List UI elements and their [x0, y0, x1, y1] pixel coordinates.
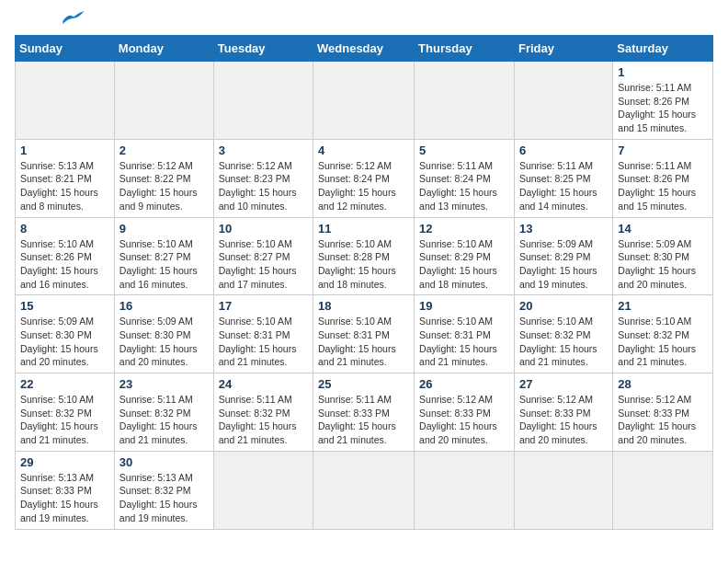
calendar-cell: 17 Sunrise: 5:10 AMSunset: 8:31 PMDaylig… [213, 295, 313, 373]
day-detail: Sunrise: 5:11 AMSunset: 8:24 PMDaylight:… [419, 159, 509, 213]
calendar-cell: 3 Sunrise: 5:12 AMSunset: 8:23 PMDayligh… [213, 139, 313, 217]
calendar-cell [213, 62, 313, 140]
day-number: 26 [419, 377, 509, 391]
day-detail: Sunrise: 5:10 AMSunset: 8:31 PMDaylight:… [318, 315, 409, 369]
day-detail: Sunrise: 5:10 AMSunset: 8:29 PMDaylight:… [419, 237, 509, 292]
day-number: 7 [618, 144, 708, 157]
day-number: 18 [318, 299, 409, 313]
calendar-cell: 1 Sunrise: 5:13 AMSunset: 8:21 PMDayligh… [16, 139, 115, 217]
day-detail: Sunrise: 5:12 AMSunset: 8:33 PMDaylight:… [618, 393, 708, 447]
day-detail: Sunrise: 5:10 AMSunset: 8:31 PMDaylight:… [419, 315, 509, 369]
calendar-cell: 11 Sunrise: 5:10 AMSunset: 8:28 PMDaylig… [313, 217, 415, 295]
calendar-cell: 6 Sunrise: 5:11 AMSunset: 8:25 PMDayligh… [514, 139, 612, 217]
day-number: 8 [20, 222, 109, 236]
calendar-cell: 30 Sunrise: 5:13 AMSunset: 8:32 PMDaylig… [114, 451, 213, 529]
weekday-header-friday: Friday [514, 36, 612, 62]
calendar-cell: 4 Sunrise: 5:12 AMSunset: 8:24 PMDayligh… [313, 139, 415, 217]
day-detail: Sunrise: 5:10 AMSunset: 8:31 PMDaylight:… [219, 315, 308, 369]
calendar-cell: 16 Sunrise: 5:09 AMSunset: 8:30 PMDaylig… [114, 295, 213, 373]
calendar-cell [613, 451, 713, 529]
day-number: 12 [419, 222, 509, 236]
calendar-cell [16, 62, 115, 140]
day-number: 5 [419, 144, 509, 157]
calendar-cell [514, 62, 612, 140]
day-number: 2 [119, 144, 209, 157]
calendar-cell: 10 Sunrise: 5:10 AMSunset: 8:27 PMDaylig… [213, 217, 313, 295]
day-number: 17 [219, 299, 308, 313]
weekday-header-tuesday: Tuesday [213, 36, 313, 62]
calendar-cell: 8 Sunrise: 5:10 AMSunset: 8:26 PMDayligh… [16, 217, 115, 295]
day-number: 21 [618, 299, 708, 313]
calendar-week-row: 22 Sunrise: 5:10 AMSunset: 8:32 PMDaylig… [16, 373, 713, 452]
day-number: 9 [119, 222, 209, 236]
day-detail: Sunrise: 5:13 AMSunset: 8:21 PMDaylight:… [20, 159, 109, 213]
calendar-cell [313, 62, 415, 140]
day-detail: Sunrise: 5:10 AMSunset: 8:27 PMDaylight:… [119, 237, 209, 292]
calendar-cell: 20 Sunrise: 5:10 AMSunset: 8:32 PMDaylig… [514, 295, 612, 373]
weekday-header-monday: Monday [114, 36, 213, 62]
calendar-cell: 26 Sunrise: 5:12 AMSunset: 8:33 PMDaylig… [415, 373, 515, 452]
day-number: 15 [20, 299, 109, 313]
day-number: 14 [618, 222, 708, 236]
day-detail: Sunrise: 5:09 AMSunset: 8:30 PMDaylight:… [119, 315, 209, 369]
day-number: 25 [318, 377, 409, 391]
day-number: 23 [119, 377, 209, 391]
calendar-week-row: 29 Sunrise: 5:13 AMSunset: 8:33 PMDaylig… [16, 451, 713, 529]
day-number: 20 [519, 299, 608, 313]
day-number: 11 [318, 222, 409, 236]
calendar-cell: 15 Sunrise: 5:09 AMSunset: 8:30 PMDaylig… [16, 295, 115, 373]
calendar-cell: 25 Sunrise: 5:11 AMSunset: 8:33 PMDaylig… [313, 373, 415, 452]
calendar-cell: 24 Sunrise: 5:11 AMSunset: 8:32 PMDaylig… [213, 373, 313, 452]
day-detail: Sunrise: 5:09 AMSunset: 8:29 PMDaylight:… [519, 237, 608, 292]
calendar-cell: 7 Sunrise: 5:11 AMSunset: 8:26 PMDayligh… [613, 139, 713, 217]
day-number: 30 [119, 455, 209, 469]
day-number: 28 [618, 377, 708, 391]
day-number: 24 [219, 377, 308, 391]
day-detail: Sunrise: 5:10 AMSunset: 8:32 PMDaylight:… [618, 315, 708, 369]
day-number: 3 [219, 144, 308, 157]
day-detail: Sunrise: 5:10 AMSunset: 8:32 PMDaylight:… [20, 393, 109, 447]
day-number: 22 [20, 377, 109, 391]
calendar-cell: 9 Sunrise: 5:10 AMSunset: 8:27 PMDayligh… [114, 217, 213, 295]
day-detail: Sunrise: 5:12 AMSunset: 8:22 PMDaylight:… [119, 159, 209, 213]
day-number: 1 [618, 65, 708, 79]
day-detail: Sunrise: 5:10 AMSunset: 8:28 PMDaylight:… [318, 237, 409, 292]
calendar-cell [514, 451, 612, 529]
header [15, 15, 713, 24]
calendar-week-row: 8 Sunrise: 5:10 AMSunset: 8:26 PMDayligh… [16, 217, 713, 295]
day-detail: Sunrise: 5:11 AMSunset: 8:32 PMDaylight:… [119, 393, 209, 447]
calendar-cell: 27 Sunrise: 5:12 AMSunset: 8:33 PMDaylig… [514, 373, 612, 452]
day-detail: Sunrise: 5:13 AMSunset: 8:32 PMDaylight:… [119, 471, 209, 525]
calendar-week-row: 15 Sunrise: 5:09 AMSunset: 8:30 PMDaylig… [16, 295, 713, 373]
day-detail: Sunrise: 5:12 AMSunset: 8:24 PMDaylight:… [318, 159, 409, 213]
day-detail: Sunrise: 5:12 AMSunset: 8:23 PMDaylight:… [219, 159, 308, 213]
day-detail: Sunrise: 5:11 AMSunset: 8:25 PMDaylight:… [519, 159, 608, 213]
weekday-header-sunday: Sunday [16, 36, 115, 62]
weekday-header-saturday: Saturday [613, 36, 713, 62]
calendar-table: SundayMondayTuesdayWednesdayThursdayFrid… [15, 35, 713, 530]
calendar-week-row: 1 Sunrise: 5:11 AMSunset: 8:26 PMDayligh… [16, 62, 713, 140]
weekday-header-wednesday: Wednesday [313, 36, 415, 62]
logo [15, 15, 85, 24]
calendar-cell [313, 451, 415, 529]
day-number: 16 [119, 299, 209, 313]
day-number: 19 [419, 299, 509, 313]
day-detail: Sunrise: 5:09 AMSunset: 8:30 PMDaylight:… [20, 315, 109, 369]
logo-bird-icon [63, 11, 85, 24]
day-detail: Sunrise: 5:12 AMSunset: 8:33 PMDaylight:… [419, 393, 509, 447]
day-number: 13 [519, 222, 608, 236]
day-detail: Sunrise: 5:13 AMSunset: 8:33 PMDaylight:… [20, 471, 109, 525]
calendar-body: 1 Sunrise: 5:11 AMSunset: 8:26 PMDayligh… [16, 62, 713, 530]
calendar-cell: 18 Sunrise: 5:10 AMSunset: 8:31 PMDaylig… [313, 295, 415, 373]
calendar-cell [213, 451, 313, 529]
day-number: 6 [519, 144, 608, 157]
day-detail: Sunrise: 5:10 AMSunset: 8:32 PMDaylight:… [519, 315, 608, 369]
day-number: 29 [20, 455, 109, 469]
calendar-cell [415, 62, 515, 140]
calendar-cell: 29 Sunrise: 5:13 AMSunset: 8:33 PMDaylig… [16, 451, 115, 529]
calendar-cell: 5 Sunrise: 5:11 AMSunset: 8:24 PMDayligh… [415, 139, 515, 217]
calendar-cell: 28 Sunrise: 5:12 AMSunset: 8:33 PMDaylig… [613, 373, 713, 452]
day-detail: Sunrise: 5:12 AMSunset: 8:33 PMDaylight:… [519, 393, 608, 447]
calendar-cell: 13 Sunrise: 5:09 AMSunset: 8:29 PMDaylig… [514, 217, 612, 295]
day-number: 27 [519, 377, 608, 391]
